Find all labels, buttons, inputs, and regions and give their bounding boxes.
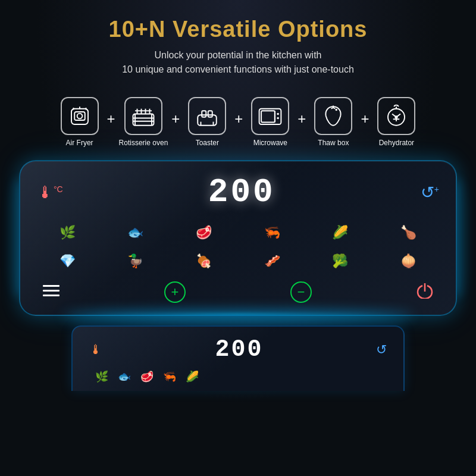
icons-row: Air Fryer + Rotisserie oven — [0, 86, 476, 155]
dehydrator-label: Dehydrator — [379, 139, 414, 147]
food-icons-grid: 🌿 🐟 🥩 🦐 🌽 🍗 💎 🦆 🍖 🥓 🥦 🧅 — [37, 222, 439, 272]
temperature-display: 200 — [208, 173, 275, 211]
dehydrator-icon — [384, 104, 409, 129]
plus-5: + — [361, 111, 369, 127]
air-fryer-icon-box — [61, 97, 99, 135]
main-title: 10+N Versatile Options — [109, 17, 368, 42]
icon-item-air-fryer: Air Fryer — [56, 97, 104, 147]
food-icon-5[interactable]: 🌽 — [310, 222, 371, 243]
minus-button[interactable]: − — [290, 281, 312, 303]
second-food-row: 🌿 🐟 🥩 🦐 🌽 — [89, 370, 387, 383]
subtitle: Unlock your potential in the kitchen wit… — [109, 48, 368, 77]
second-food-2[interactable]: 🐟 — [118, 370, 131, 383]
second-panel: 🌡 200 ↺ 🌿 🐟 🥩 🦐 🌽 — [71, 325, 405, 391]
second-food-1[interactable]: 🌿 — [95, 370, 108, 383]
thaw-icon — [321, 104, 346, 129]
control-panel-wrapper: 🌡°C 200 ↺+ 🌿 🐟 🥩 🦐 🌽 🍗 💎 🦆 🍖 🥓 🥦 — [19, 160, 457, 316]
food-icon-11[interactable]: 🥦 — [310, 250, 371, 272]
icon-item-thaw: Thaw box — [309, 97, 357, 147]
timer-icon: ↺+ — [421, 183, 439, 202]
food-icon-7[interactable]: 💎 — [37, 250, 98, 272]
svg-rect-0 — [71, 109, 88, 124]
food-icon-9[interactable]: 🍖 — [173, 250, 234, 272]
plus-2: + — [171, 111, 180, 127]
subtitle-line1: Unlock your potential in the kitchen wit… — [154, 50, 321, 60]
second-panel-wrapper: 🌡 200 ↺ 🌿 🐟 🥩 🦐 🌽 — [71, 325, 405, 391]
icon-item-toaster: Toaster — [183, 97, 231, 147]
thaw-label: Thaw box — [318, 139, 349, 147]
svg-rect-17 — [202, 111, 206, 117]
rotisserie-icon-box — [124, 97, 162, 135]
food-icon-4[interactable]: 🦐 — [242, 222, 303, 243]
second-timer-icon: ↺ — [376, 342, 387, 358]
svg-rect-38 — [43, 290, 60, 292]
food-icon-6[interactable]: 🍗 — [378, 222, 439, 243]
food-icon-2[interactable]: 🐟 — [105, 222, 167, 243]
second-food-5[interactable]: 🌽 — [186, 370, 199, 383]
microwave-label: Microwave — [253, 139, 287, 147]
menu-icon[interactable] — [43, 285, 60, 300]
microwave-icon-box — [251, 97, 289, 135]
svg-rect-22 — [261, 111, 275, 122]
svg-point-24 — [277, 117, 280, 120]
food-icon-8[interactable]: 🦆 — [105, 250, 167, 272]
thaw-icon-box — [314, 97, 352, 135]
toaster-icon-box — [188, 97, 226, 135]
air-fryer-icon — [67, 104, 92, 129]
temperature-icon: 🌡°C — [37, 183, 63, 202]
icon-item-microwave: Microwave — [246, 97, 294, 147]
rotisserie-icon — [131, 104, 156, 129]
dehydrator-icon-box — [377, 97, 415, 135]
svg-line-26 — [331, 108, 334, 109]
subtitle-line2: 10 unique and convenient functions with … — [122, 64, 354, 74]
svg-point-2 — [77, 114, 82, 119]
svg-point-29 — [336, 109, 338, 111]
second-food-3[interactable]: 🥩 — [140, 370, 154, 383]
control-panel: 🌡°C 200 ↺+ 🌿 🐟 🥩 🦐 🌽 🍗 💎 🦆 🍖 🥓 🥦 — [19, 160, 457, 316]
controls-bottom-row: + − — [37, 281, 439, 303]
page-container: 10+N Versatile Options Unlock your poten… — [0, 0, 476, 476]
bottom-glow — [63, 310, 414, 322]
food-icon-10[interactable]: 🥓 — [242, 250, 303, 272]
power-icon[interactable] — [416, 282, 433, 302]
svg-rect-18 — [208, 111, 212, 117]
second-temp-icon: 🌡 — [89, 342, 102, 358]
icon-item-rotisserie: Rotisserie oven — [119, 97, 168, 147]
food-icon-12[interactable]: 🧅 — [378, 250, 439, 272]
header-section: 10+N Versatile Options Unlock your poten… — [97, 0, 380, 86]
air-fryer-label: Air Fryer — [66, 139, 93, 147]
plus-3: + — [234, 111, 243, 127]
svg-line-27 — [333, 108, 336, 109]
celsius-label: °C — [54, 184, 63, 193]
icon-item-dehydrator: Dehydrator — [372, 97, 420, 147]
panel-top-row: 🌡°C 200 ↺+ — [37, 173, 439, 211]
plus-1: + — [107, 111, 115, 127]
svg-rect-37 — [43, 285, 60, 287]
second-food-4[interactable]: 🦐 — [163, 370, 176, 383]
rotisserie-label: Rotisserie oven — [119, 139, 168, 147]
microwave-icon — [258, 104, 283, 129]
svg-point-36 — [395, 115, 398, 118]
toaster-icon — [195, 104, 220, 129]
svg-rect-39 — [43, 295, 60, 296]
plus-4: + — [298, 111, 306, 127]
second-temperature-display: 200 — [215, 336, 263, 363]
plus-button[interactable]: + — [164, 281, 186, 303]
food-icon-3[interactable]: 🥩 — [173, 222, 234, 243]
second-panel-top-row: 🌡 200 ↺ — [89, 336, 387, 363]
toaster-label: Toaster — [196, 139, 219, 147]
svg-point-23 — [277, 113, 280, 115]
svg-rect-6 — [133, 114, 154, 126]
food-icon-1[interactable]: 🌿 — [37, 222, 98, 243]
